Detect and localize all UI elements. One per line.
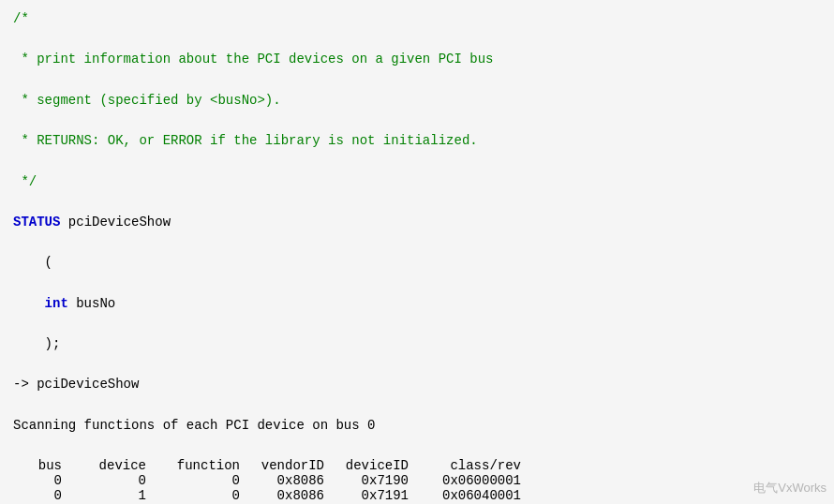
cell-bus: 0 (13, 488, 69, 503)
table-header-row: bus device function vendorID deviceID cl… (13, 458, 821, 473)
comment-line-3: * segment (specified by <busNo>). (13, 91, 821, 111)
table-row: 0 1 0 0x8086 0x7191 0x06040001 (13, 488, 821, 503)
cell-bus: 0 (13, 473, 69, 488)
scan-line: Scanning functions of each PCI device on… (13, 416, 821, 437)
col-header-function: function (154, 458, 247, 473)
col-header-device: device (69, 458, 154, 473)
col-header-vendorid: vendorID (247, 458, 332, 473)
cell-function: 0 (154, 473, 247, 488)
cell-deviceid: 0x7190 (332, 473, 416, 488)
cell-vendorid: 0x8086 (247, 488, 332, 503)
table-row: 0 0 0 0x8086 0x7190 0x06000001 (13, 473, 821, 488)
function-name: pciDeviceShow (60, 215, 171, 230)
cell-deviceid: 0x7191 (332, 488, 416, 503)
paren-open: ( (13, 253, 821, 274)
status-keyword: STATUS (13, 215, 60, 230)
comment-line-5: */ (13, 172, 821, 193)
param-line: int busNo (13, 294, 821, 315)
cell-classrev: 0x06000001 (416, 473, 529, 488)
status-line: STATUS pciDeviceShow (13, 213, 821, 233)
table-rows-container: 0 0 0 0x8086 0x7190 0x06000001 0 1 0 0x8… (13, 473, 821, 504)
comment-line-4: * RETURNS: OK, or ERROR if the library i… (13, 131, 821, 152)
cell-device: 1 (69, 488, 154, 503)
int-keyword: int (13, 296, 68, 311)
cell-classrev: 0x06040001 (416, 488, 529, 503)
watermark: 电气VxWorks (753, 480, 827, 497)
col-header-deviceid: deviceID (332, 458, 416, 473)
col-header-classrev: class/rev (416, 458, 529, 473)
code-area: /* * print information about the PCI dev… (0, 0, 834, 504)
cell-function: 0 (154, 488, 247, 503)
paren-close: ); (13, 334, 821, 355)
comment-line-2: * print information about the PCI device… (13, 50, 821, 70)
cell-device: 0 (69, 473, 154, 488)
cell-vendorid: 0x8086 (247, 473, 332, 488)
prompt-line: -> pciDeviceShow (13, 375, 821, 395)
table-section: bus device function vendorID deviceID cl… (13, 458, 821, 504)
col-header-bus: bus (13, 458, 69, 473)
comment-line-1: /* (13, 9, 821, 30)
